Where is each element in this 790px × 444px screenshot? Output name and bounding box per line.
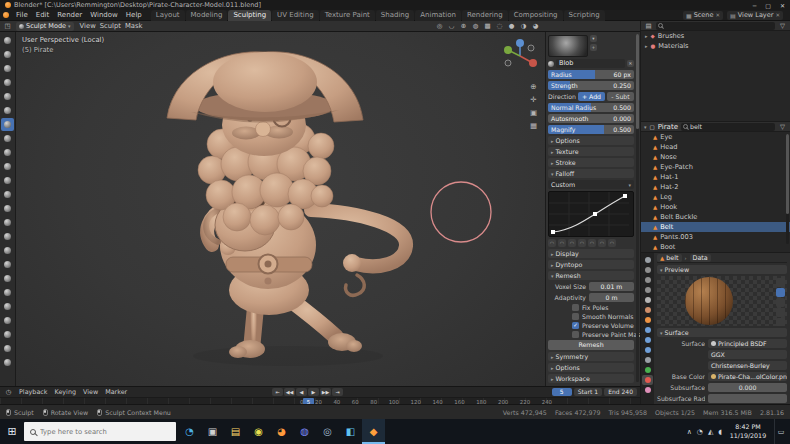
preview-type-button[interactable] (776, 308, 785, 317)
search-input[interactable] (40, 428, 160, 436)
transport-button[interactable]: ⇤ (272, 388, 283, 396)
properties-tab[interactable] (642, 255, 653, 265)
subsurface-radius-field[interactable] (708, 394, 787, 403)
filter-icon[interactable]: ▽ (778, 22, 787, 30)
workspace-tab[interactable]: Compositing (509, 10, 563, 21)
properties-tab[interactable] (642, 305, 653, 315)
direction-add-button[interactable]: + Add (578, 92, 605, 101)
transport-button[interactable]: ⇥ (332, 388, 343, 396)
surface-section-header[interactable]: ▾ Surface (657, 328, 787, 337)
subsurface-method-dropdown[interactable]: Christensen-Burley (708, 361, 787, 370)
panel-section-header[interactable]: ▸ Display (548, 249, 634, 258)
outliner-filter-field[interactable]: belt (681, 123, 775, 131)
remesh-checkbox-row[interactable]: Preserve Volume (572, 322, 634, 329)
panel-section-header[interactable]: ▸ Options (548, 136, 634, 145)
blender-menu-icon[interactable] (3, 12, 9, 18)
collection-name[interactable]: Pirate (658, 123, 678, 131)
sculpt-tool-button[interactable] (1, 90, 14, 103)
properties-tab[interactable] (642, 365, 653, 375)
brush-name-field[interactable]: Blob (556, 59, 625, 68)
workspace-tab[interactable]: Animation (415, 10, 461, 21)
transport-button[interactable]: ▶▶ (320, 388, 331, 396)
sculpt-tool-button[interactable] (1, 314, 14, 327)
remesh-checkbox-row[interactable]: Fix Poles (572, 304, 634, 311)
falloff-preset-icon[interactable]: ◠ (568, 239, 576, 247)
frame-start-field[interactable]: Start 1 (574, 388, 603, 396)
workspace-tab[interactable]: Layout (151, 10, 185, 21)
close-button[interactable]: ✕ (780, 2, 785, 9)
checkbox[interactable] (572, 331, 579, 338)
timeline-menu-item[interactable]: Keying (55, 388, 76, 396)
panel-section-header[interactable]: ▸ Workspace (548, 374, 634, 383)
workspace-tab[interactable]: Modeling (186, 10, 228, 21)
sculpt-tool-button[interactable] (1, 188, 14, 201)
properties-tab[interactable] (642, 375, 653, 385)
workspace-tab[interactable]: Shading (376, 10, 414, 21)
outliner-object-row[interactable]: ▲ Hat-2 (641, 182, 790, 192)
expand-icon[interactable]: ▸ (645, 43, 648, 49)
properties-tab[interactable] (642, 265, 653, 275)
base-color-field[interactable]: Pirate-Cha...olColor.png (708, 372, 787, 381)
outliner-object-row[interactable]: ▲ Belt Buckle (641, 212, 790, 222)
checkbox[interactable] (572, 313, 579, 320)
viewport-toggle-icon[interactable]: ⊕ (459, 22, 468, 30)
breadcrumb-object[interactable]: ▲ belt (657, 254, 682, 262)
timeline-menu-item[interactable]: Marker (105, 388, 127, 396)
tray-icon[interactable]: ◭ (708, 428, 713, 436)
outliner-search-field[interactable] (656, 22, 775, 30)
editor-type-icon[interactable]: ◳ (3, 22, 12, 30)
subsurface-field[interactable]: 0.000 (708, 383, 787, 392)
viewport-toggle-icon[interactable]: ● (507, 22, 516, 30)
sculpt-tool-button[interactable] (1, 286, 14, 299)
taskbar-app-icon[interactable]: ◆ (362, 419, 385, 444)
preview-type-button[interactable] (776, 298, 785, 307)
navigation-gizmo[interactable] (500, 36, 540, 76)
tray-icon[interactable]: ◖ (718, 428, 722, 436)
timeline-menu-item[interactable]: Playback (19, 388, 48, 396)
sculpt-tool-button[interactable] (1, 146, 14, 159)
properties-tab[interactable] (642, 345, 653, 355)
viewport-menu-item[interactable]: View (78, 22, 98, 30)
transport-button[interactable]: ◀◀ (284, 388, 295, 396)
breadcrumb-data[interactable]: Data (690, 254, 711, 262)
falloff-mode-dropdown[interactable]: Custom ▾ (548, 180, 634, 189)
tray-icon[interactable]: ◔ (697, 428, 703, 436)
properties-tab[interactable] (642, 315, 653, 325)
brush-slider[interactable]: Strength 0.250 (548, 81, 634, 90)
panel-section-header[interactable]: ▸ Dyntopo (548, 260, 634, 269)
outliner-category-row[interactable]: ▸ ◆ Brushes (641, 31, 790, 41)
falloff-preset-icon[interactable]: ◠ (588, 239, 596, 247)
filter-icon[interactable]: ▽ (778, 123, 787, 131)
outliner-object-row[interactable]: ▲ Hook (641, 202, 790, 212)
taskbar-search[interactable] (24, 422, 176, 441)
outliner-object-row[interactable]: ▲ Boot (641, 242, 790, 252)
brush-preview-image[interactable] (548, 35, 588, 57)
sculpt-tool-button[interactable] (1, 160, 14, 173)
outliner-display-mode-icon[interactable]: ▤ (644, 22, 653, 30)
viewport-toggle-icon[interactable]: ◕ (531, 22, 540, 30)
direction-subtract-button[interactable]: - Subt (607, 92, 634, 101)
viewport-toggle-icon[interactable]: ▩ (483, 22, 492, 30)
viewport-toggle-icon[interactable]: ◡ (447, 22, 456, 30)
falloff-section-header[interactable]: ▾ Falloff (548, 169, 634, 178)
transport-button[interactable]: ▶ (308, 388, 319, 396)
sculpt-tool-button[interactable] (1, 258, 14, 271)
panel-section-header[interactable]: ▸ Stroke (548, 158, 634, 167)
remesh-button[interactable]: Remesh (548, 340, 634, 350)
falloff-curve-widget[interactable] (548, 191, 634, 237)
expand-icon[interactable]: ▾ (644, 124, 647, 130)
minimize-button[interactable]: ─ (753, 2, 757, 9)
sculpt-tool-button[interactable] (1, 118, 14, 131)
menu-item[interactable]: Window (86, 11, 122, 19)
brush-slider[interactable]: Normal Radius 0.500 (548, 103, 634, 112)
menu-item[interactable]: Help (122, 11, 146, 19)
preview-type-button[interactable] (776, 318, 785, 326)
tray-icon[interactable]: ∧ (687, 428, 692, 436)
falloff-preset-icon[interactable]: ◠ (578, 239, 586, 247)
sculpt-tool-button[interactable] (1, 230, 14, 243)
brush-slider[interactable]: Radius 60 px (548, 70, 634, 79)
timeline-editor-icon[interactable]: ◷ (4, 388, 13, 396)
checkbox[interactable] (572, 304, 579, 311)
maximize-button[interactable]: ▢ (765, 2, 771, 9)
sculpt-tool-button[interactable] (1, 244, 14, 257)
